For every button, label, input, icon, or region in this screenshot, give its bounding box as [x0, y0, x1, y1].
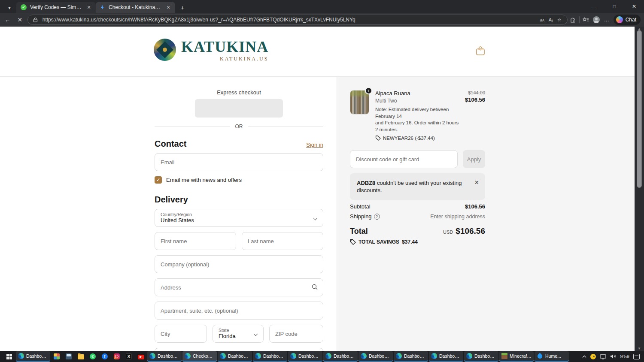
taskbar-clock[interactable]: 9:59	[620, 354, 629, 359]
volume-muted-icon[interactable]	[610, 354, 617, 359]
favorites-hub-icon[interactable]	[581, 15, 591, 25]
window-minimize-button[interactable]: ―	[585, 0, 605, 13]
original-price: $144.00	[465, 90, 485, 95]
start-button[interactable]	[3, 351, 15, 362]
taskbar-window-label: Dashboard -...	[228, 353, 250, 359]
taskbar-items: Dashboard -...✆fX▶Dashboard -...Checkout…	[15, 351, 569, 362]
address-bar[interactable]: https://www.katukina.us/checkouts/cn/hWN…	[27, 15, 568, 25]
company-field[interactable]	[155, 255, 323, 273]
state-label: State	[219, 328, 258, 333]
discount-code-input[interactable]	[350, 150, 458, 168]
calculator-icon	[66, 353, 72, 359]
katukina-logo-icon	[154, 39, 176, 61]
minecraft-icon	[501, 353, 507, 359]
express-checkout-button[interactable]	[195, 99, 283, 118]
newsletter-checkbox[interactable]: ✓	[155, 176, 162, 184]
facebook-app-button[interactable]: f	[99, 351, 110, 362]
profile-avatar[interactable]	[591, 15, 601, 25]
explorer-icon	[78, 354, 84, 359]
window-close-button[interactable]: ✕	[624, 0, 644, 13]
shipping-value: Enter shipping address	[430, 214, 485, 220]
cart-bag-icon[interactable]	[476, 46, 485, 56]
extensions-icon[interactable]	[568, 15, 578, 25]
edge-icon	[396, 353, 402, 359]
hidden-icons-chevron[interactable]	[582, 355, 586, 358]
subtotal-row: Subtotal $106.56	[350, 203, 485, 210]
taskbar-window-button[interactable]: Minecraft* F...	[499, 351, 534, 362]
favorite-star-icon[interactable]: ☆	[555, 17, 564, 23]
email-field[interactable]	[155, 153, 323, 171]
taskbar-window-button[interactable]: Dashboard -...	[288, 351, 322, 362]
taskbar-window-label: Dashboard -...	[439, 353, 461, 359]
address-field[interactable]	[155, 278, 323, 296]
taskbar-window-button[interactable]: Hume...	[535, 351, 569, 362]
taskbar-window-label: Minecraft* F...	[510, 353, 532, 359]
taskbar-window-label: Dashboard -...	[298, 353, 320, 359]
apartment-field[interactable]	[155, 302, 323, 320]
product-variant: Multi Two	[375, 98, 461, 104]
savings-label: TOTAL SAVINGS	[358, 239, 399, 245]
taskbar-window-label: Dashboard -...	[263, 353, 285, 359]
scroll-down-icon[interactable]: ▼	[635, 347, 644, 350]
sign-in-link[interactable]: Sign in	[306, 142, 323, 148]
express-checkout-label: Express checkout	[155, 89, 323, 96]
phone-field[interactable]	[155, 348, 323, 351]
error-message: ADBZ8 couldn't be used with your existin…	[357, 179, 463, 194]
calculator-app-button[interactable]	[63, 351, 74, 362]
shipping-help-icon[interactable]: ?	[374, 214, 380, 220]
tab-simplycodes[interactable]: ✓ Verify Codes — SimplyCodes ✕	[16, 2, 96, 13]
page-scrollbar[interactable]: ▲ ▼	[635, 27, 644, 351]
taskbar-window-button[interactable]: Dashboard -...	[464, 351, 498, 362]
tab-checkout[interactable]: Checkout - Katukina.US ✕	[96, 2, 175, 13]
youtube-app-button[interactable]: ▶	[135, 351, 146, 362]
zip-field[interactable]	[269, 325, 323, 343]
close-icon[interactable]: ✕	[474, 179, 479, 194]
whatsapp-app-button[interactable]: ✆	[87, 351, 98, 362]
copilot-chat-button[interactable]: Chat	[614, 15, 641, 25]
newsletter-label: Email me with news and offers	[166, 177, 242, 183]
country-select[interactable]: Country/Region United States	[155, 209, 323, 227]
new-tab-button[interactable]: +	[177, 2, 188, 13]
explorer-app-button[interactable]	[75, 351, 86, 362]
grid-app-button[interactable]	[51, 351, 62, 362]
store-logo[interactable]: KATUKINA KATUKINA.US	[154, 39, 268, 62]
taskbar-window-label: Dashboard -...	[334, 353, 355, 359]
taskbar-window-button[interactable]: Dashboard -...	[358, 351, 393, 362]
taskbar-window-button[interactable]: Dashboard -...	[253, 351, 287, 362]
current-price: $106.56	[465, 97, 485, 103]
translate-icon[interactable]: aA	[538, 18, 547, 22]
taskbar-window-label: Checkout - ...	[193, 353, 215, 359]
shipping-row: Shipping ? Enter shipping address	[350, 213, 485, 220]
last-name-field[interactable]	[242, 232, 323, 250]
taskbar-window-button[interactable]: Dashboard -...	[16, 351, 50, 362]
instagram-app-button[interactable]	[111, 351, 122, 362]
stop-loading-icon[interactable]: ✕	[15, 14, 25, 25]
state-select[interactable]: State Florida	[213, 325, 264, 343]
taskbar-window-button[interactable]: Checkout - ...	[182, 351, 217, 362]
taskbar-window-label: Dashboard -...	[158, 353, 179, 359]
taskbar-window-button[interactable]: Dashboard -...	[323, 351, 358, 362]
back-icon[interactable]: ←	[3, 14, 12, 25]
notification-center-icon[interactable]	[633, 354, 640, 359]
tab-search-chevron-icon[interactable]: ▾	[3, 3, 15, 13]
taskbar-window-button[interactable]: Dashboard -...	[218, 351, 252, 362]
settings-ellipsis-icon[interactable]: …	[601, 15, 612, 25]
tab-close-icon[interactable]: ✕	[85, 4, 92, 11]
network-icon[interactable]	[600, 354, 606, 359]
first-name-field[interactable]	[155, 232, 236, 250]
x-app-button[interactable]: X	[123, 351, 134, 362]
taskbar-window-button[interactable]: Dashboard -...	[429, 351, 463, 362]
clock-tray-icon[interactable]	[590, 354, 596, 359]
copilot-icon	[616, 16, 623, 23]
taskbar-window-button[interactable]: Dashboard -...	[394, 351, 428, 362]
taskbar-window-button[interactable]: Dashboard -...	[147, 351, 182, 362]
taskbar-window-label: Dashboard -...	[404, 353, 426, 359]
scrollbar-thumb[interactable]	[637, 30, 642, 188]
city-field[interactable]	[155, 325, 207, 343]
window-maximize-button[interactable]: □	[605, 0, 624, 13]
tab-close-icon[interactable]: ✕	[165, 4, 172, 11]
apply-discount-button[interactable]: Apply	[463, 150, 485, 168]
read-aloud-icon[interactable]: A)	[547, 17, 555, 22]
edge-icon	[361, 353, 367, 359]
tab-title: Checkout - Katukina.US	[109, 4, 161, 10]
